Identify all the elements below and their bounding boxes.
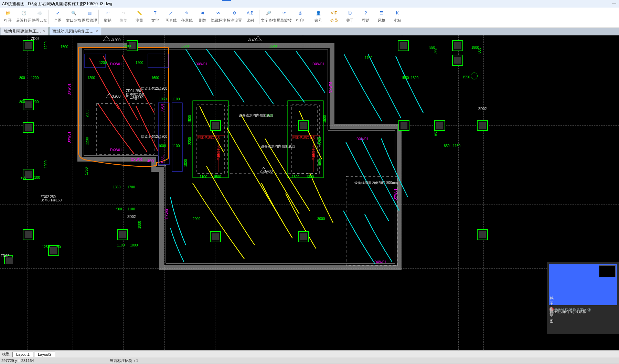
- toast-subtitle: 选择此处标记并共享图像: [547, 307, 594, 312]
- help-button[interactable]: ?帮助: [358, 8, 374, 26]
- wall-label: DXW01: [67, 132, 71, 143]
- close-icon[interactable]: ×: [96, 29, 98, 34]
- model-tab[interactable]: 模型: [0, 351, 12, 357]
- line-button[interactable]: ／画直线: [163, 8, 179, 26]
- find-button[interactable]: 🔎文字查找: [260, 8, 276, 26]
- layout2-tab[interactable]: Layout2: [34, 352, 55, 357]
- site-button[interactable]: K小站: [389, 8, 405, 26]
- dim-label: 1000: [130, 243, 138, 247]
- dim-label: 1100: [117, 243, 125, 247]
- dim-label: 850: [434, 130, 438, 136]
- undo-button[interactable]: ↶撤销: [100, 8, 116, 26]
- free-button[interactable]: ✎任意线: [179, 8, 195, 26]
- dim-label: 1700: [365, 56, 372, 60]
- undo-label: 撤销: [104, 18, 111, 23]
- elevation-text: -3.900: [111, 95, 120, 98]
- cloud-icon: ☁️: [35, 9, 44, 17]
- hide-label: 隐藏标注: [211, 18, 226, 23]
- dim-label: 1600: [151, 76, 159, 80]
- rotate-button[interactable]: ⟳屏幕旋转: [276, 8, 292, 26]
- note-text: 设备线洞周内侧加筋 800mm: [354, 180, 398, 185]
- site-label: 小站: [394, 18, 401, 23]
- note-text: ZD02: [478, 107, 487, 111]
- svg-rect-8: [346, 176, 398, 266]
- print-button[interactable]: 🖨打印: [292, 8, 308, 26]
- about-icon: ⓘ: [346, 9, 354, 17]
- dim-label: 1700: [127, 185, 135, 189]
- note-text: ZD02: [127, 215, 136, 219]
- line-icon: ／: [167, 9, 175, 17]
- dim-label: 1500: [123, 44, 131, 48]
- style-button[interactable]: ☰风格: [374, 8, 389, 26]
- dim-label: 1550: [401, 76, 409, 80]
- wall-label: DXW01: [110, 62, 122, 66]
- wall-label: DXW01: [374, 260, 386, 264]
- dim-label: 900: [116, 207, 122, 211]
- recent-button[interactable]: 🕑最近打开: [16, 8, 32, 26]
- dim-label: 1008: [158, 144, 166, 148]
- acct-label: 账号: [314, 18, 322, 23]
- dim-label: 1100: [172, 144, 180, 148]
- toolbar: 📂打开🕑最近打开☁️快看云盘⤢全图🔍窗口缩放▥图层管理↶撤销↷恢复📏测量T文字／…: [0, 8, 619, 28]
- measure-button[interactable]: 📏测量: [131, 8, 147, 26]
- doc-tab-0[interactable]: 城幼儿园建筑施工…×: [1, 27, 49, 35]
- scale-button[interactable]: A:B比例: [242, 8, 258, 26]
- dim-label: 2000: [193, 217, 200, 221]
- redo-button[interactable]: ↷恢复: [116, 8, 131, 26]
- dim-label: 1000: [318, 159, 322, 167]
- fit-button[interactable]: ⤢全图: [50, 8, 66, 26]
- svg-rect-4: [96, 103, 154, 154]
- note-text: 暗梁上Φ12@200: [141, 134, 167, 139]
- cloud-button[interactable]: ☁️快看云盘: [32, 8, 47, 26]
- acct-button[interactable]: 👤账号: [310, 8, 326, 26]
- recent-label: 最近打开: [16, 18, 31, 23]
- redo-icon: ↷: [119, 9, 128, 17]
- markset-button[interactable]: ⚙标注设置: [226, 8, 242, 26]
- layer-button[interactable]: ▥图层管理: [82, 8, 97, 26]
- free-icon: ✎: [183, 9, 191, 17]
- wall-label: JSQ1: [147, 159, 156, 163]
- scale-icon: A:B: [246, 9, 254, 17]
- vip-label: 会员: [330, 18, 338, 23]
- close-icon[interactable]: ×: [43, 29, 45, 34]
- about-button[interactable]: ⓘ关于: [342, 8, 358, 26]
- window-minimize[interactable]: —: [612, 1, 616, 5]
- dim-label: 1550: [462, 75, 470, 79]
- dim-label: 1200: [31, 76, 39, 80]
- del-button[interactable]: ✖删除: [195, 8, 211, 26]
- rebar-text: 附加Φ14@150: [311, 145, 316, 161]
- winzoom-label: 窗口缩放: [66, 18, 81, 23]
- dim-label: 1200: [44, 42, 48, 49]
- dim-label: 850: [434, 48, 438, 54]
- dim-label: 1250: [42, 245, 50, 249]
- app-title: AD快速看图 - D:\桌面\西城幼儿园结构施工图210520_t3.dwg: [2, 1, 112, 7]
- hide-icon: 👁: [214, 9, 223, 17]
- title-bar: AD快速看图 - D:\桌面\西城幼儿园结构施工图210520_t3.dwg —: [0, 0, 619, 8]
- dim-label: 1100: [32, 176, 40, 179]
- doc-tab-1[interactable]: 西城幼儿园结构施工…×: [49, 27, 101, 35]
- dim-label: 1300: [292, 175, 299, 179]
- hide-button[interactable]: 👁隐藏标注: [211, 8, 226, 26]
- scale-label: 比例: [246, 18, 254, 23]
- wall-label: DXW01: [110, 148, 122, 152]
- drawing-canvas[interactable]: 800 1200 1500 1200 1200 1500 1200 1600 1…: [0, 35, 619, 350]
- screenshot-toast[interactable]: 截图和草图 截图已保存到剪贴板 选择此处标记并共享图像: [547, 262, 619, 334]
- dim-label: 1500: [323, 115, 327, 123]
- text-button[interactable]: T文字: [147, 8, 163, 26]
- wall-label: DXW01: [165, 207, 169, 219]
- wall-label: JSQ1: [160, 103, 164, 112]
- line-label: 画直线: [166, 18, 177, 23]
- winzoom-button[interactable]: 🔍窗口缩放: [66, 8, 82, 26]
- text-icon: T: [151, 9, 159, 17]
- dim-label: 1500: [181, 44, 189, 48]
- vip-button[interactable]: VIP会员: [326, 8, 342, 26]
- layout1-tab[interactable]: Layout1: [12, 352, 33, 357]
- print-icon: 🖨: [296, 9, 304, 17]
- dim-label: 1100: [200, 175, 207, 179]
- dim-label: 1150: [453, 144, 460, 148]
- note-text: B: Φ8.1@150: [41, 198, 62, 202]
- note-text: ZD02: [31, 37, 39, 41]
- dim-label: 1200: [31, 100, 39, 104]
- open-button[interactable]: 📂打开: [0, 8, 16, 26]
- dim-label: 1100: [127, 207, 135, 211]
